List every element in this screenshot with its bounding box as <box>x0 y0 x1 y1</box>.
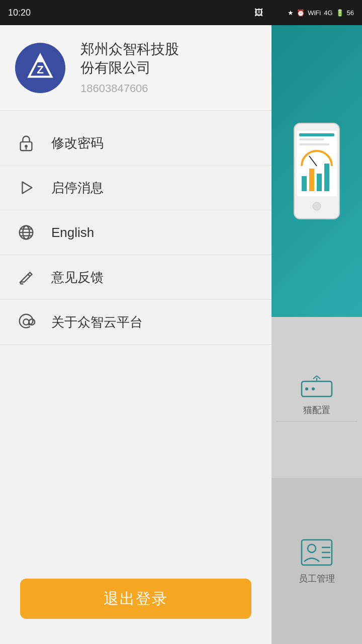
svg-point-10 <box>313 202 321 210</box>
svg-line-15 <box>313 376 317 379</box>
logout-section: 退出登录 <box>0 564 272 644</box>
menu-item-toggle-message[interactable]: 启停消息 <box>0 166 272 210</box>
bluetooth-icon: ★ <box>288 9 294 17</box>
modem-label: 猫配置 <box>303 404 330 416</box>
avatar: Z <box>15 43 65 93</box>
svg-rect-8 <box>324 164 329 191</box>
svg-point-28 <box>25 145 28 148</box>
profile-info: 郑州众智科技股 份有限公司 18603847606 <box>80 40 179 95</box>
svg-rect-3 <box>299 138 324 140</box>
signal-icon: 4G <box>324 9 332 17</box>
right-panel-top <box>272 25 362 317</box>
status-time: 10:20 <box>8 8 31 18</box>
menu-section: 修改密码 启停消息 English <box>0 111 272 564</box>
wifi-icon: WiFi <box>308 9 321 17</box>
drawer-panel: Z 郑州众智科技股 份有限公司 18603847606 <box>0 25 272 644</box>
svg-rect-4 <box>299 143 329 145</box>
status-bar-right: ★ ⏰ WiFi 4G 🔋 56 <box>272 0 362 25</box>
menu-item-change-password[interactable]: 修改密码 <box>0 121 272 166</box>
svg-point-13 <box>312 387 315 390</box>
svg-marker-30 <box>22 182 32 194</box>
alarm-icon: ⏰ <box>297 9 305 17</box>
svg-rect-6 <box>309 169 314 191</box>
company-logo: Z <box>20 48 60 88</box>
right-panel-middle: 猫配置 <box>272 317 362 478</box>
status-bar-left: 10:20 🖼 <box>0 0 272 25</box>
at-icon <box>15 311 37 333</box>
language-label: English <box>51 225 94 240</box>
svg-line-38 <box>28 274 30 276</box>
toggle-message-label: 启停消息 <box>51 179 104 197</box>
menu-item-about[interactable]: 关于众智云平台 <box>0 300 272 345</box>
menu-item-language[interactable]: English <box>0 210 272 255</box>
staff-label: 员工管理 <box>299 573 335 585</box>
svg-text:Z: Z <box>37 63 44 76</box>
right-panel-bottom: 员工管理 <box>272 478 362 644</box>
profile-header: Z 郑州众智科技股 份有限公司 18603847606 <box>0 25 272 111</box>
feedback-label: 意见反馈 <box>51 269 104 286</box>
gallery-icon: 🖼 <box>254 8 263 18</box>
lock-icon <box>15 132 37 154</box>
svg-rect-7 <box>317 174 322 191</box>
battery-icon: 🔋 <box>336 9 344 17</box>
svg-point-18 <box>308 544 316 552</box>
edit-icon <box>15 266 37 288</box>
svg-point-12 <box>305 387 308 390</box>
about-label: 关于众智云平台 <box>51 313 143 331</box>
phone-mockup-icon <box>287 121 347 221</box>
menu-item-feedback[interactable]: 意见反馈 <box>0 255 272 300</box>
svg-line-16 <box>317 376 320 379</box>
staff-icon <box>299 537 334 568</box>
svg-point-39 <box>23 319 29 325</box>
globe-icon <box>15 221 37 244</box>
svg-rect-5 <box>302 176 307 191</box>
change-password-label: 修改密码 <box>51 134 104 152</box>
battery-level: 56 <box>347 9 354 17</box>
modem-icon <box>299 374 334 399</box>
play-icon <box>15 177 37 199</box>
svg-rect-2 <box>299 133 334 136</box>
phone-number: 18603847606 <box>80 82 179 95</box>
logout-button[interactable]: 退出登录 <box>20 579 251 619</box>
company-name: 郑州众智科技股 份有限公司 <box>80 40 179 77</box>
